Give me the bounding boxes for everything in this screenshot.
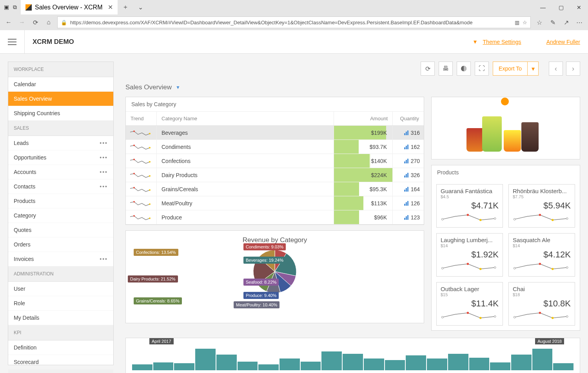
prev-button[interactable]: ‹ [549, 62, 563, 76]
notes-icon[interactable]: ✎ [548, 19, 557, 26]
grayscale-button[interactable] [457, 62, 471, 76]
print-button[interactable]: 🖶 [439, 62, 453, 76]
forward-icon[interactable]: → [17, 19, 27, 26]
sidebar-item[interactable]: Accounts••• [8, 165, 113, 179]
timeline-bar[interactable] [511, 355, 532, 370]
sidebar-item[interactable]: User [8, 282, 113, 296]
timeline-bar[interactable] [553, 363, 573, 370]
new-tab-button[interactable]: ＋ [118, 3, 133, 11]
timeline-bar[interactable] [490, 362, 510, 370]
timeline-bar[interactable] [321, 351, 342, 370]
refresh-icon[interactable]: ⟳ [31, 19, 40, 26]
sidebar-item[interactable]: Role [8, 296, 113, 311]
system-icon[interactable]: ▣ [4, 4, 9, 11]
sidebar-item[interactable]: Shipping Countries [8, 106, 113, 121]
export-button[interactable]: Export To [493, 62, 528, 76]
sidebar-item[interactable]: Contacts••• [8, 179, 113, 194]
sidebar-item[interactable]: Definition [8, 340, 113, 355]
timeline-bar[interactable] [195, 349, 216, 370]
table-row[interactable]: Grains/Cereals$95.3K164 [126, 182, 424, 196]
dropdown-caret-icon[interactable]: ▾ [474, 38, 477, 45]
sidebar-item[interactable]: Quotes [8, 223, 113, 237]
table-row[interactable]: Condiments$93.7K162 [126, 140, 424, 154]
table-row[interactable]: Dairy Products$224K326 [126, 168, 424, 182]
more-icon[interactable]: ••• [100, 154, 108, 161]
close-tab-icon[interactable]: ✕ [108, 4, 113, 11]
table-row[interactable]: Produce$96K123 [126, 210, 424, 225]
window-minimize-icon[interactable]: ― [534, 0, 552, 14]
product-card[interactable]: Outback Lager$15$11.4K [436, 282, 503, 326]
product-card[interactable]: Guaraná Fantástica$4.5$4.71K [436, 184, 503, 228]
address-bar[interactable]: 🔒 https://demos.devexpress.com/XAF/XCRM/… [57, 16, 531, 28]
timeline-bar[interactable] [448, 354, 468, 370]
col-name[interactable]: Category Name [156, 112, 334, 125]
table-row[interactable]: Confections$140K270 [126, 154, 424, 168]
products-panel: Products Guaraná Fantástica$4.5$4.71KRhö… [431, 165, 580, 331]
more-icon[interactable]: ••• [100, 256, 108, 262]
pie-slice-label: Condiments: 9.03% [243, 243, 286, 250]
timeline-bar[interactable] [343, 354, 363, 370]
pie-chart [251, 248, 298, 295]
timeline-bar[interactable] [216, 355, 237, 370]
more-icon[interactable]: ••• [100, 140, 108, 146]
filter-icon[interactable]: ▼ [176, 85, 180, 90]
sidebar-item[interactable]: Leads••• [8, 136, 113, 150]
sidebar-item[interactable]: My Details [8, 311, 113, 325]
sidebar-item[interactable]: Category [8, 208, 113, 223]
sidebar-item[interactable]: Calendar [8, 77, 113, 92]
next-button[interactable]: › [566, 62, 580, 76]
col-trend[interactable]: Trend [126, 112, 156, 125]
col-amount[interactable]: Amount [334, 112, 392, 125]
system-icon[interactable]: ⧉ [13, 4, 17, 11]
home-icon[interactable]: ⌂ [44, 19, 53, 26]
product-card[interactable]: Laughing Lumberj...$14$1.92K [436, 233, 503, 277]
favorites-icon[interactable]: ☆ [535, 19, 544, 26]
sidebar-item[interactable]: Opportunities••• [8, 150, 113, 165]
svg-point-5 [133, 159, 135, 160]
col-qty[interactable]: Quantity [392, 112, 424, 125]
timeline-bar[interactable] [238, 362, 258, 370]
sidebar-item[interactable]: Products [8, 194, 113, 208]
timeline-bar[interactable] [174, 363, 194, 370]
export-dropdown[interactable]: ▾ [528, 62, 539, 76]
avatar[interactable] [528, 36, 540, 48]
sidebar-item[interactable]: Invoices••• [8, 252, 113, 266]
more-icon[interactable]: ⋯ [575, 19, 584, 26]
refresh-button[interactable]: ⟳ [421, 62, 435, 76]
timeline-chart[interactable]: April 2017 August 2018 February 2017May … [125, 338, 580, 373]
user-name-link[interactable]: Andrew Fuller [546, 39, 580, 45]
timeline-bar[interactable] [532, 349, 553, 370]
window-maximize-icon[interactable]: ▢ [552, 0, 570, 14]
fullscreen-button[interactable]: ⛶ [475, 62, 489, 76]
sidebar-item[interactable]: Scorecard [8, 355, 113, 369]
more-icon[interactable]: ••• [100, 169, 108, 175]
product-card[interactable]: Rhönbräu Klosterb...$7.75$5.94K [508, 184, 575, 228]
timeline-bar[interactable] [385, 360, 405, 370]
timeline-bar[interactable] [258, 364, 279, 370]
timeline-bar[interactable] [427, 359, 447, 370]
browser-tab[interactable]: Sales Overview - XCRM ✕ [21, 0, 118, 14]
sidebar-item[interactable]: Orders [8, 237, 113, 252]
timeline-bar[interactable] [406, 355, 426, 370]
hamburger-icon[interactable] [8, 39, 16, 45]
share-icon[interactable]: ↗ [561, 19, 571, 26]
back-icon[interactable]: ← [4, 19, 13, 26]
more-icon[interactable]: ••• [100, 183, 108, 190]
table-row[interactable]: Meat/Poultry$113K126 [126, 196, 424, 210]
sidebar-item[interactable]: Sales Overview [8, 92, 113, 106]
theme-settings-link[interactable]: Theme Settings [483, 39, 521, 45]
product-card[interactable]: Sasquatch Ale$14$4.12K [508, 233, 575, 277]
tab-overflow-icon[interactable]: ⌄ [133, 4, 148, 11]
product-card[interactable]: Chai$18$10.8K [508, 282, 575, 326]
timeline-bar[interactable] [279, 359, 300, 370]
sidebar-item-label: Accounts [14, 169, 36, 175]
reader-icon[interactable]: ▥ [515, 20, 519, 25]
window-close-icon[interactable]: ✕ [570, 0, 588, 14]
timeline-bar[interactable] [469, 358, 490, 370]
timeline-bar[interactable] [153, 362, 174, 370]
timeline-bar[interactable] [301, 362, 321, 370]
favorite-icon[interactable]: ☆ [523, 20, 527, 25]
table-row[interactable]: Beverages$199K316 [126, 126, 424, 140]
timeline-bar[interactable] [132, 364, 152, 370]
timeline-bar[interactable] [364, 359, 384, 370]
